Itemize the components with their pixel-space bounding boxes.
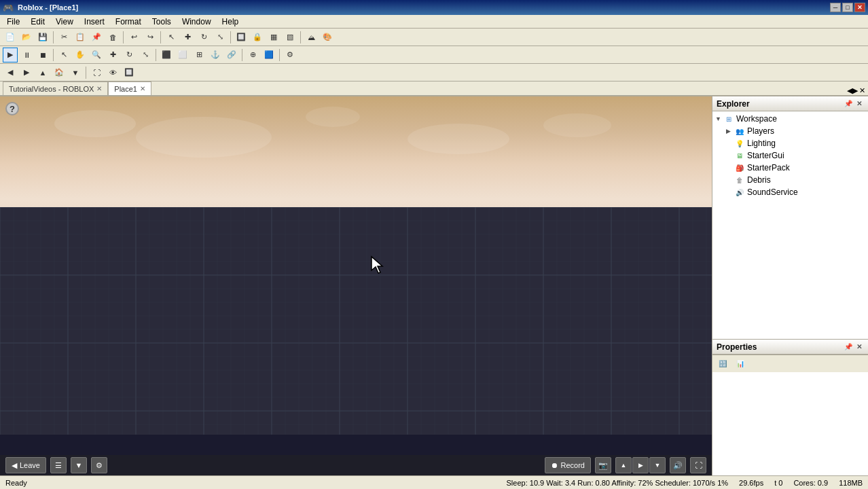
tb-join[interactable]: ⊞: [192, 48, 206, 62]
explorer-close-icon[interactable]: ✕: [854, 99, 864, 109]
nav-up[interactable]: ▲: [615, 457, 632, 473]
nav-right[interactable]: ▶: [632, 457, 649, 473]
vp-expand[interactable]: ⛶: [690, 457, 706, 473]
prop-alphabetic-btn[interactable]: 🔡: [715, 357, 730, 371]
tb-lock[interactable]: 🔒: [250, 30, 265, 45]
properties-pin-icon[interactable]: 📌: [844, 342, 853, 352]
status-bar: Ready Sleep: 10.9 Wait: 3.4 Run: 0.80 Af…: [0, 475, 868, 489]
menu-view[interactable]: View: [50, 16, 79, 28]
right-panel: Explorer 📌 ✕ ▼ ⊞ Workspace ▶ 👥 Players: [712, 96, 868, 475]
sep5: [300, 31, 301, 43]
sep6: [53, 49, 54, 61]
vp-speaker[interactable]: 🔊: [670, 457, 686, 473]
tb-new2[interactable]: ⊕: [245, 48, 260, 62]
menu-window[interactable]: Window: [177, 16, 217, 28]
tb-select[interactable]: ↖: [164, 30, 179, 45]
tb-snap[interactable]: 🔲: [234, 30, 249, 45]
nav-cluster: ▲ ▶ ▼: [615, 457, 666, 473]
tb-move[interactable]: ✚: [180, 30, 195, 45]
menu-insert[interactable]: Insert: [79, 16, 110, 28]
tb-nav9[interactable]: 🔲: [122, 65, 137, 80]
tree-item-starterpack[interactable]: 🎒 StarterPack: [712, 162, 868, 174]
tb-ungroup[interactable]: ▧: [283, 30, 297, 45]
tb-scale[interactable]: ⤡: [213, 30, 228, 45]
viewport-bottom-controls: ◀ Leave ☰ ▼ ⚙ ⏺ Record 📷 ▲ ▶ ▼ 🔊 ⛶: [0, 455, 712, 475]
tb-play[interactable]: ▶: [3, 48, 18, 62]
explorer-pin-icon[interactable]: 📌: [844, 99, 853, 109]
tb-copy[interactable]: 📋: [73, 30, 88, 45]
tb-pan[interactable]: ✋: [73, 48, 88, 62]
tb-cut[interactable]: ✂: [56, 30, 71, 45]
menu-help[interactable]: Help: [217, 16, 245, 28]
tb-save[interactable]: 💾: [35, 30, 50, 45]
tb-forward[interactable]: ▶: [19, 65, 34, 80]
list-button[interactable]: ☰: [50, 457, 67, 473]
tb-select2[interactable]: ↖: [56, 48, 71, 62]
tb-nav5[interactable]: ▼: [68, 65, 83, 80]
tree-item-debris[interactable]: 🗑 Debris: [712, 174, 868, 186]
camera-button[interactable]: 📷: [595, 457, 611, 473]
tb-terrain[interactable]: ⛰: [304, 30, 319, 45]
tree-item-startergui[interactable]: 🖥 StarterGui: [712, 149, 868, 162]
properties-panel: Properties 📌 ✕ 🔡 📊: [712, 340, 868, 475]
tb-scale2[interactable]: ⤡: [138, 48, 153, 62]
tb-rotate2[interactable]: ↻: [122, 48, 137, 62]
leave-button[interactable]: ◀ Leave: [5, 457, 46, 473]
tab-tutorialvideos[interactable]: TutorialVideos - ROBLOX ✕: [3, 82, 108, 95]
nav-down[interactable]: ▼: [649, 457, 666, 473]
tab-left-btn[interactable]: ◀: [847, 86, 852, 95]
tree-item-soundservice[interactable]: 🔊 SoundService: [712, 186, 868, 198]
tb-anchor[interactable]: ⚓: [208, 48, 223, 62]
tb-collide[interactable]: ⬛: [159, 48, 174, 62]
tb-pause[interactable]: ⏸: [19, 48, 34, 62]
tb-new[interactable]: 📄: [3, 30, 18, 45]
tree-item-lighting[interactable]: 💡 Lighting: [712, 137, 868, 149]
help-icon[interactable]: ?: [5, 102, 19, 115]
tb-open[interactable]: 📂: [19, 30, 34, 45]
tb-back[interactable]: ◀: [3, 65, 18, 80]
tb-settings[interactable]: ⚙: [283, 48, 297, 62]
menu-edit[interactable]: Edit: [25, 16, 50, 28]
gear-button[interactable]: ⚙: [91, 457, 107, 473]
menu-format[interactable]: Format: [110, 16, 147, 28]
tab-right-btn[interactable]: ▶: [852, 86, 858, 95]
tb-fullscreen[interactable]: ⛶: [89, 65, 104, 80]
menu-tools[interactable]: Tools: [147, 16, 177, 28]
maximize-button[interactable]: □: [842, 3, 853, 12]
tb-part[interactable]: 🟦: [261, 48, 276, 62]
properties-icons: 📌 ✕: [844, 342, 864, 352]
tb-home[interactable]: 🏠: [52, 65, 67, 80]
tb-up[interactable]: ▲: [35, 65, 50, 80]
tb-undo[interactable]: ↩: [126, 30, 141, 45]
toolbar-2: ▶ ⏸ ⏹ ↖ ✋ 🔍 ✚ ↻ ⤡ ⬛ ⬜ ⊞ ⚓ 🔗 ⊕ 🟦 ⚙: [0, 46, 868, 64]
tree-item-workspace[interactable]: ▼ ⊞ Workspace: [712, 113, 868, 125]
tab-label: Place1: [114, 85, 137, 93]
record-button[interactable]: ⏺ Record: [545, 457, 591, 473]
sep2: [123, 31, 124, 43]
tb-view[interactable]: 👁: [105, 65, 120, 80]
tb-group[interactable]: ▦: [266, 30, 281, 45]
tree-item-players[interactable]: ▶ 👥 Players: [712, 125, 868, 137]
tab-place1[interactable]: Place1 ✕: [108, 82, 151, 95]
properties-close-icon[interactable]: ✕: [854, 342, 864, 352]
close-button[interactable]: ✕: [854, 3, 865, 12]
tb-move2[interactable]: ✚: [105, 48, 120, 62]
prop-category-btn[interactable]: 📊: [733, 357, 748, 371]
tab-close-btn[interactable]: ✕: [859, 86, 865, 95]
tb-redo[interactable]: ↪: [143, 30, 158, 45]
tb-weld[interactable]: 🔗: [224, 48, 239, 62]
menu-bar: File Edit View Insert Format Tools Windo…: [0, 15, 868, 29]
minimize-button[interactable]: ─: [830, 3, 841, 12]
viewport[interactable]: ? ◀ Leave ☰ ▼ ⚙ ⏺ Record 📷 ▲ ▶: [0, 96, 712, 475]
down-button[interactable]: ▼: [71, 457, 87, 473]
tab-close-active-icon[interactable]: ✕: [140, 85, 145, 92]
tb-zoom[interactable]: 🔍: [89, 48, 104, 62]
tb-delete[interactable]: 🗑: [105, 30, 120, 45]
tb-snapon[interactable]: ⬜: [175, 48, 190, 62]
tb-stop[interactable]: ⏹: [35, 48, 50, 62]
tb-material[interactable]: 🎨: [320, 30, 335, 45]
tb-rotate[interactable]: ↻: [196, 30, 211, 45]
menu-file[interactable]: File: [1, 16, 25, 28]
tb-paste[interactable]: 📌: [89, 30, 104, 45]
tab-close-icon[interactable]: ✕: [96, 85, 102, 92]
